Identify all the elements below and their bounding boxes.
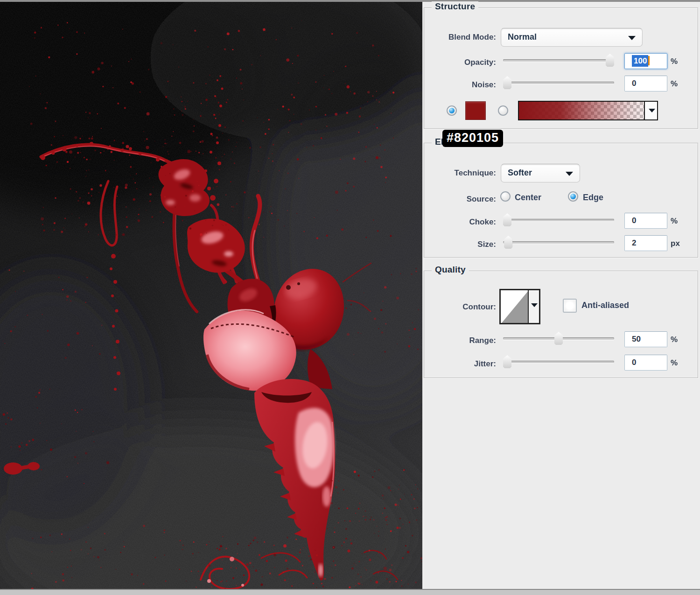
noise-slider[interactable]: [503, 76, 614, 90]
source-edge-label[interactable]: Edge: [583, 193, 603, 203]
layer-style-panel: Structure Blend Mode: Normal Opacity: 10…: [422, 2, 700, 589]
jitter-slider-thumb[interactable]: [503, 355, 511, 368]
choke-slider[interactable]: [503, 213, 614, 227]
range-input[interactable]: 50: [624, 331, 667, 347]
chevron-down-icon: [531, 303, 538, 307]
source-label: Source:: [422, 195, 496, 204]
page-bottom-border: [0, 589, 700, 595]
noise-unit: %: [671, 79, 678, 89]
opacity-slider[interactable]: [503, 53, 614, 67]
jitter-input[interactable]: 0: [624, 355, 667, 371]
choke-unit: %: [671, 217, 678, 226]
choke-slider-track[interactable]: [503, 219, 614, 221]
technique-value: Softer: [508, 168, 532, 178]
chevron-down-icon: [649, 109, 655, 112]
jitter-unit: %: [671, 358, 678, 368]
text-caret: [648, 56, 650, 65]
size-label: Size:: [422, 240, 496, 249]
noise-label: Noise:: [422, 80, 496, 90]
jitter-input-value: 0: [632, 358, 636, 367]
size-input-value: 2: [632, 238, 636, 247]
structure-section-title: Structure: [432, 1, 478, 12]
splash-artwork: [0, 2, 422, 589]
choke-input-value: 0: [632, 216, 636, 225]
jitter-slider-track[interactable]: [503, 361, 614, 363]
fill-color-radio[interactable]: [447, 105, 457, 116]
range-slider[interactable]: [503, 331, 614, 345]
contour-thumbnail: [501, 290, 529, 323]
gradient-bar[interactable]: [518, 101, 658, 120]
opacity-unit: %: [671, 57, 678, 66]
gradient-picker-arrow[interactable]: [644, 102, 657, 119]
jitter-label: Jitter:: [422, 359, 496, 369]
choke-label: Choke:: [422, 217, 496, 227]
range-label: Range:: [422, 336, 496, 345]
size-slider-thumb[interactable]: [504, 236, 512, 249]
opacity-input[interactable]: 100: [624, 53, 667, 69]
noise-input[interactable]: 0: [624, 76, 667, 91]
blend-mode-select[interactable]: Normal: [501, 28, 643, 47]
range-input-value: 50: [632, 335, 641, 343]
glow-color-swatch[interactable]: [465, 101, 486, 120]
size-input[interactable]: 2: [624, 235, 667, 251]
contour-picker[interactable]: [499, 289, 540, 324]
size-slider-track[interactable]: [503, 241, 614, 244]
fill-gradient-radio[interactable]: [498, 105, 508, 116]
splash-artwork-svg: [0, 2, 422, 589]
opacity-slider-thumb[interactable]: [606, 54, 614, 67]
noise-input-value: 0: [632, 79, 636, 88]
noise-slider-thumb[interactable]: [503, 76, 511, 89]
contour-dropdown-arrow[interactable]: [528, 290, 539, 323]
jitter-slider[interactable]: [503, 355, 614, 369]
noise-slider-track[interactable]: [503, 82, 614, 84]
choke-input[interactable]: 0: [624, 213, 667, 229]
chevron-down-icon: [628, 36, 636, 40]
source-radio-center[interactable]: [500, 191, 511, 202]
blend-mode-value: Normal: [508, 32, 537, 42]
source-radio-edge[interactable]: [568, 191, 578, 202]
opacity-input-selected-text: 100: [632, 55, 648, 67]
quality-section-title: Quality: [432, 265, 469, 275]
choke-slider-thumb[interactable]: [503, 213, 511, 226]
size-unit: px: [671, 239, 680, 248]
technique-select[interactable]: Softer: [501, 164, 580, 182]
technique-label: Technique:: [422, 168, 496, 178]
antialiased-label[interactable]: Anti-aliased: [581, 301, 629, 310]
opacity-slider-track[interactable]: [503, 59, 614, 62]
contour-label: Contour:: [422, 302, 496, 312]
color-hex-tooltip: #820105: [442, 130, 503, 147]
range-slider-thumb[interactable]: [554, 332, 563, 345]
opacity-label: Opacity:: [422, 58, 496, 67]
source-center-label[interactable]: Center: [515, 193, 541, 203]
blend-mode-label: Blend Mode:: [422, 33, 496, 42]
screenshot-root: Structure Blend Mode: Normal Opacity: 10…: [0, 0, 700, 595]
range-unit: %: [671, 335, 678, 344]
size-slider[interactable]: [503, 235, 614, 249]
chevron-down-icon: [566, 172, 573, 176]
antialiased-checkbox[interactable]: [563, 299, 577, 313]
